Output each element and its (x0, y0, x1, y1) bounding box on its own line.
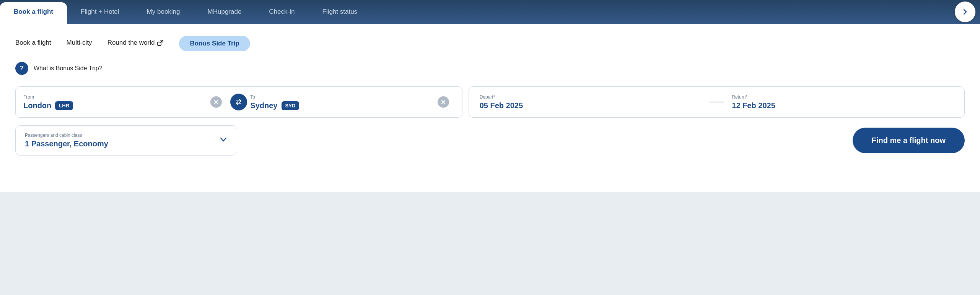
date-divider (709, 102, 724, 102)
sub-tabs-bar: Book a flight Multi-city Round the world… (15, 36, 965, 51)
to-city: Sydney (250, 101, 277, 110)
to-group[interactable]: To Sydney SYD (250, 94, 432, 110)
return-date: 12 Feb 2025 (732, 101, 954, 110)
tab-flight-status[interactable]: Flight status (308, 0, 371, 24)
find-flight-button[interactable]: Find me a flight now (853, 128, 965, 153)
sub-tab-bonus-side-trip[interactable]: Bonus Side Trip (179, 36, 250, 51)
from-to-box: From London LHR (15, 86, 462, 118)
depart-group[interactable]: Depart* 05 Feb 2025 (480, 94, 702, 110)
from-code-badge: LHR (55, 101, 73, 110)
tab-flight-hotel[interactable]: Flight + Hotel (67, 0, 133, 24)
passengers-inner: Passengers and cabin class 1 Passenger, … (25, 133, 108, 148)
depart-label: Depart* (480, 94, 702, 100)
swap-icon (234, 98, 243, 106)
from-group[interactable]: From London LHR (23, 94, 205, 110)
from-city: London (23, 101, 51, 110)
return-label: Return* (732, 94, 954, 100)
nav-chevron-button[interactable] (955, 2, 975, 22)
search-row: From London LHR (15, 86, 965, 118)
sub-tab-round-world[interactable]: Round the world (107, 39, 164, 48)
passengers-label: Passengers and cabin class (25, 133, 108, 138)
return-group[interactable]: Return* 12 Feb 2025 (732, 94, 954, 110)
tab-book-flight[interactable]: Book a flight (0, 2, 67, 24)
close-icon (441, 100, 446, 104)
to-label: To (250, 94, 432, 100)
passengers-value: 1 Passenger, Economy (25, 139, 108, 148)
close-icon (214, 100, 218, 104)
depart-date: 05 Feb 2025 (480, 101, 702, 110)
chevron-down-icon (219, 135, 228, 146)
passengers-row: Passengers and cabin class 1 Passenger, … (15, 125, 965, 156)
info-icon-circle[interactable]: ? (15, 62, 28, 75)
sub-tab-multi-city[interactable]: Multi-city (67, 39, 92, 48)
main-content: Book a flight Multi-city Round the world… (0, 24, 980, 192)
info-text: What is Bonus Side Trip? (34, 65, 103, 72)
tab-my-booking[interactable]: My booking (133, 0, 194, 24)
to-code-badge: SYD (282, 101, 300, 110)
date-box[interactable]: Depart* 05 Feb 2025 Return* 12 Feb 2025 (469, 86, 965, 118)
from-label: From (23, 94, 205, 100)
swap-button[interactable] (230, 94, 247, 110)
passengers-box[interactable]: Passengers and cabin class 1 Passenger, … (15, 125, 237, 156)
sub-tab-book-flight[interactable]: Book a flight (15, 39, 51, 48)
info-row: ? What is Bonus Side Trip? (15, 62, 965, 75)
chevron-right-icon (962, 8, 969, 15)
tab-mhupgrade[interactable]: MHupgrade (194, 0, 256, 24)
clear-to-button[interactable] (438, 96, 449, 108)
nav-bar: Book a flight Flight + Hotel My booking … (0, 0, 980, 24)
external-link-icon (157, 39, 164, 46)
clear-from-button[interactable] (210, 96, 222, 108)
tab-check-in[interactable]: Check-in (255, 0, 308, 24)
